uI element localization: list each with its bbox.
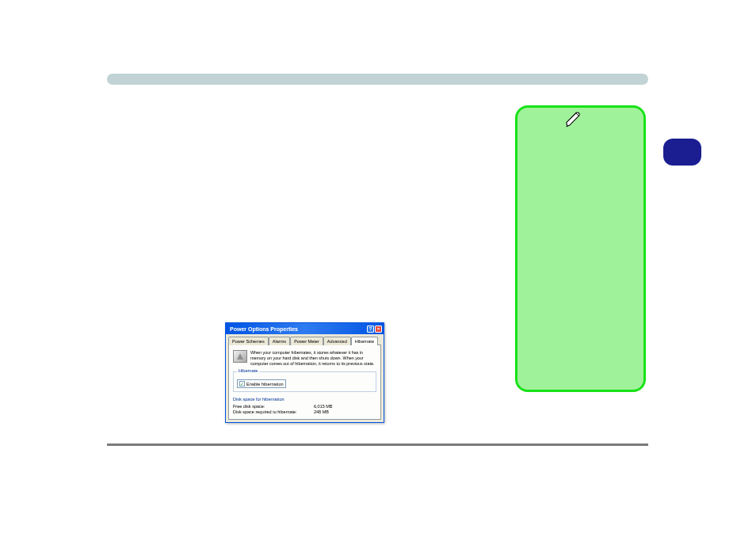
enable-hibernation-label: Enable hibernation xyxy=(246,382,284,386)
enable-hibernation-row[interactable]: ✓ Enable hibernation xyxy=(237,379,286,388)
dialog-title: Power Options Properties xyxy=(230,326,298,332)
tab-body: When your computer hibernates, it stores… xyxy=(228,345,381,420)
checkbox-icon: ✓ xyxy=(239,381,245,386)
header-bar xyxy=(107,74,648,85)
req-space-value: 248 MB xyxy=(314,409,329,414)
hibernate-fieldset-title: Hibernate xyxy=(237,368,259,373)
tab-advanced[interactable]: Advanced xyxy=(323,337,351,345)
req-space-label: Disk space required to hibernate: xyxy=(233,409,306,414)
close-button[interactable]: × xyxy=(375,326,382,333)
note-box xyxy=(515,105,646,392)
tab-hibernate[interactable]: Hibernate xyxy=(351,337,378,345)
pen-icon xyxy=(565,111,582,128)
description-text: When your computer hibernates, it stores… xyxy=(250,350,376,367)
tab-power-meter[interactable]: Power Meter xyxy=(290,337,323,345)
power-options-dialog: Power Options Properties ? × Power Schem… xyxy=(225,322,384,423)
disk-space-title: Disk space for hibernation xyxy=(233,397,376,403)
footer-bar xyxy=(107,444,648,446)
tab-power-schemes[interactable]: Power Schemes xyxy=(228,337,269,345)
dialog-titlebar: Power Options Properties ? × xyxy=(226,323,384,334)
disk-space-section: Disk space for hibernation Free disk spa… xyxy=(233,395,376,414)
tab-alarms[interactable]: Alarms xyxy=(269,337,290,345)
free-space-label: Free disk space: xyxy=(233,404,306,409)
hibernate-icon xyxy=(233,350,247,363)
page-tab xyxy=(663,139,701,166)
help-button[interactable]: ? xyxy=(367,326,374,333)
dialog-tabs: Power Schemes Alarms Power Meter Advance… xyxy=(226,334,384,345)
hibernate-fieldset: Hibernate ✓ Enable hibernation xyxy=(233,371,376,392)
free-space-value: 6,015 MB xyxy=(314,404,333,409)
